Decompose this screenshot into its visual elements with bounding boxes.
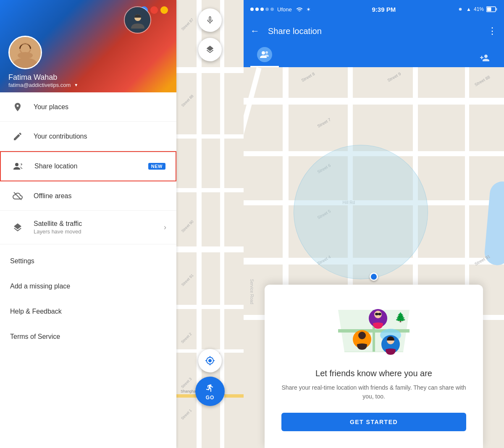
add-person-icon [480,53,491,62]
svg-point-4 [18,52,33,59]
menu-simple-add-place[interactable]: Add a missing place [0,274,176,299]
avatar-secondary-inner [125,7,150,33]
contributions-icon [10,129,25,144]
street-label-90: Street 90 [181,219,194,233]
sidebar-bottom: Settings Add a missing place Help & Feed… [0,244,176,448]
mic-button[interactable] [198,8,222,32]
right-panel: Ufone ✶ 9:39 PM ▲ 41% ← Share location [244,0,504,448]
battery-icon [486,6,497,12]
svg-text:🌲: 🌲 [395,312,407,323]
share-location-illustration: 🌲 [332,297,416,360]
svg-rect-10 [487,8,491,11]
street-label-1: Street 1 [180,408,192,420]
sl-serviceroad: Service Road [249,279,254,304]
sidebar-header: Fatima Wahab fatima@addictivetips.com ▼ [0,0,176,92]
avatar-main [8,36,42,69]
menu-simple-terms[interactable]: Terms of Service [0,324,176,349]
user-info: Fatima Wahab fatima@addictivetips.com ▼ [8,73,168,88]
back-button[interactable]: ← [250,26,260,37]
street-label-3: Street 3 [180,377,192,389]
signal-dot-3 [260,8,264,11]
map-road-v2 [220,0,224,448]
tabs-bar [244,44,504,67]
go-label: GO [206,395,215,401]
map-road-h4 [176,246,244,252]
offline-areas-label: Offline areas [34,192,166,200]
avatar-secondary [124,6,151,34]
settings-label: Settings [10,257,34,265]
status-bar-right: ▲ 41% [457,6,497,12]
svg-point-5 [15,163,18,166]
activity-icon: ✶ [306,6,311,13]
status-bar-left: Ufone ✶ [250,6,311,13]
new-badge: NEW [148,163,165,170]
dot-red [150,6,158,14]
street-label-87: Street 87 [181,18,194,31]
bottom-card: 🌲 [265,285,483,448]
carrier-label: Ufone [277,6,292,13]
location-circle [294,145,428,279]
add-person-button[interactable] [473,48,497,67]
avatar-face [10,37,41,68]
status-bar: Ufone ✶ 9:39 PM ▲ 41% [244,0,504,18]
svg-point-22 [375,313,378,315]
card-title: Let friends know where you are [281,369,466,378]
your-places-label: Your places [34,103,166,111]
card-illustration: 🌲 [332,297,416,360]
help-feedback-label: Help & Feedback [10,308,62,315]
user-email: fatima@addictivetips.com [8,82,71,88]
signal-dot-1 [250,8,254,11]
map-road-h3 [176,188,244,192]
signal-dot-5 [270,8,274,11]
your-contributions-label: Your contributions [34,133,166,140]
get-started-button[interactable]: GET STARTED [281,413,466,431]
signal-dot-4 [265,8,269,11]
more-options-button[interactable]: ⋮ [488,26,497,37]
chevron-right-icon: › [164,223,166,232]
share-location-label: Share location [34,162,148,170]
street-label-88: Street 88 [181,94,194,107]
svg-point-12 [265,51,268,54]
map-road-h2 [176,134,244,139]
menu-simple-settings[interactable]: Settings [0,249,176,274]
location-button[interactable] [198,349,222,372]
status-time: 9:39 PM [372,6,396,13]
dropdown-arrow-icon[interactable]: ▼ [74,83,78,87]
svg-point-23 [378,313,381,315]
card-description: Share your real-time location with frien… [281,383,466,401]
svg-rect-9 [496,8,497,10]
street-label-2: Street 2 [180,332,192,344]
svg-point-3 [21,44,30,53]
battery-percent: 41% [474,6,484,12]
menu-item-your-places[interactable]: Your places [0,92,176,122]
svg-point-7 [459,8,462,11]
map-area: Street 8 Street 9 Street 7 Street 6 Stre… [244,67,504,448]
street-label-91: Street 91 [181,273,194,287]
map-road-h1 [176,67,244,73]
sl-street9: Street 9 [387,71,402,83]
terms-label: Terms of Service [10,333,60,341]
menu-item-your-contributions[interactable]: Your contributions [0,122,176,151]
map-road-h5 [176,305,244,309]
river-shape [483,181,504,266]
go-arrow-icon [205,382,215,395]
svg-point-11 [262,51,265,55]
map-strip: Street 87 Street 88 Street 90 Street 91 … [176,0,244,448]
menu-item-offline-areas[interactable]: Offline areas [0,181,176,211]
menu-item-share-location[interactable]: Share location NEW [0,151,176,181]
location-status-icon [457,6,464,12]
tab-active[interactable] [250,42,279,67]
app-header: ← Share location ⋮ [244,18,504,44]
pin-icon [10,100,25,115]
dot-yellow [160,6,168,14]
menu-item-satellite-traffic[interactable]: Satellite & traffic Layers have moved › [0,211,176,244]
layers-button[interactable] [198,38,222,61]
go-button[interactable]: GO [195,377,225,406]
offline-icon [10,189,25,204]
location-pin [370,272,378,281]
menu-simple-help[interactable]: Help & Feedback [0,299,176,324]
svg-point-19 [358,332,366,339]
satellite-sublabel: Layers have moved [34,228,164,235]
sl-street88: Street 88 [474,75,491,87]
sl-street7: Street 7 [316,117,331,128]
